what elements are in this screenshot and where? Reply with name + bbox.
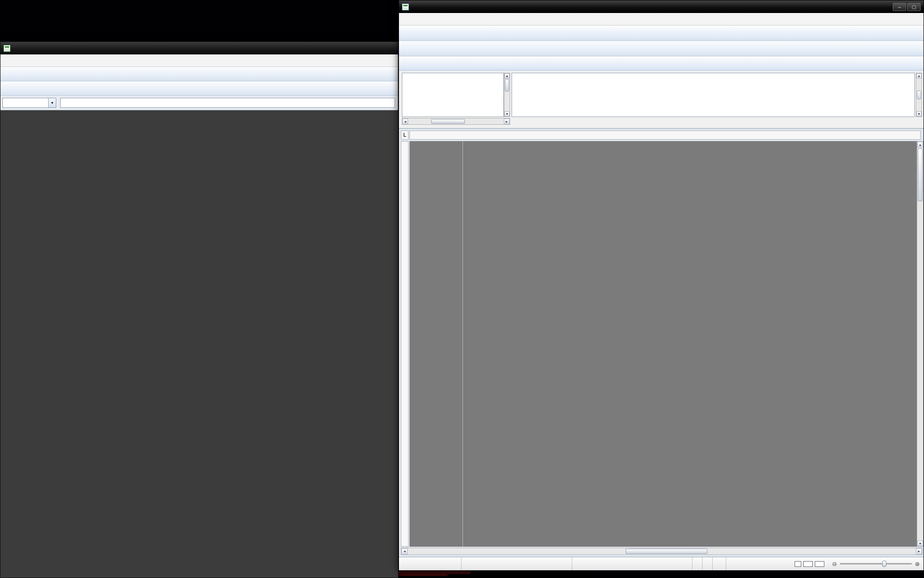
- minimize-button[interactable]: –: [893, 3, 906, 11]
- writer-statusbar: ⊖ ⊕: [399, 557, 924, 570]
- desktop: ▾ – ▢ ▲ ▼ ◄: [0, 0, 924, 578]
- tree-vertical-scrollbar[interactable]: ▲ ▼: [504, 73, 510, 117]
- data-source-explorer: ▲ ▼ ◄ ► ▲ ▼: [399, 71, 924, 129]
- status-page-style[interactable]: [462, 557, 572, 570]
- data-source-grid: [512, 73, 915, 117]
- writer-standard-toolbar: [399, 26, 924, 41]
- calc-formatting-toolbar: [0, 81, 398, 96]
- tab-selector[interactable]: L: [401, 131, 409, 140]
- writer-titlebar[interactable]: – ▢: [399, 0, 924, 13]
- data-source-tree: [402, 73, 504, 117]
- status-page[interactable]: [399, 557, 462, 570]
- tree-horizontal-scrollbar[interactable]: ◄ ►: [402, 118, 510, 125]
- text-boundary-line: [462, 141, 463, 547]
- status-language[interactable]: [572, 557, 693, 570]
- horizontal-ruler[interactable]: [410, 131, 921, 140]
- grid-vertical-scrollbar[interactable]: ▲ ▼: [916, 73, 922, 117]
- book-view-icon[interactable]: [815, 561, 824, 567]
- status-modified-flag: [713, 557, 726, 570]
- calc-formula-bar: ▾: [0, 96, 398, 110]
- calc-app-icon: [3, 45, 11, 52]
- name-box-dropdown-icon[interactable]: ▾: [48, 98, 56, 107]
- zoom-out-icon[interactable]: ⊖: [832, 561, 837, 567]
- single-page-view-icon[interactable]: [795, 561, 801, 567]
- document-vertical-scrollbar[interactable]: ▲ ▼: [917, 141, 924, 547]
- vertical-ruler[interactable]: [401, 141, 409, 547]
- writer-formatting-toolbar: [399, 41, 924, 56]
- calc-window: ▾: [0, 41, 398, 578]
- writer-menubar: [399, 13, 924, 26]
- formula-input-line[interactable]: [60, 98, 395, 108]
- taskbar-fragment: [448, 574, 585, 578]
- cell-reference-box[interactable]: ▾: [2, 98, 56, 108]
- calc-sheet-area: [0, 110, 398, 578]
- maximize-button[interactable]: ▢: [907, 3, 921, 11]
- document-horizontal-scrollbar[interactable]: ◄ ►: [401, 548, 923, 555]
- document-canvas[interactable]: [410, 141, 917, 547]
- writer-app-icon: [402, 3, 409, 11]
- record-navigation-bar: [513, 118, 917, 127]
- zoom-slider[interactable]: ⊖ ⊕: [832, 561, 920, 567]
- status-spacer: [726, 557, 794, 570]
- writer-window: – ▢ ▲ ▼ ◄ ► ▲ ▼: [398, 0, 924, 571]
- multi-page-view-icon[interactable]: [803, 561, 813, 567]
- calc-standard-toolbar: [0, 67, 398, 81]
- status-insert-mode[interactable]: [693, 557, 703, 570]
- calc-titlebar[interactable]: [0, 42, 398, 54]
- writer-table-data-toolbar: [399, 56, 924, 71]
- calc-menubar: [0, 54, 398, 67]
- status-selection-mode[interactable]: [703, 557, 713, 570]
- zoom-in-icon[interactable]: ⊕: [915, 561, 920, 567]
